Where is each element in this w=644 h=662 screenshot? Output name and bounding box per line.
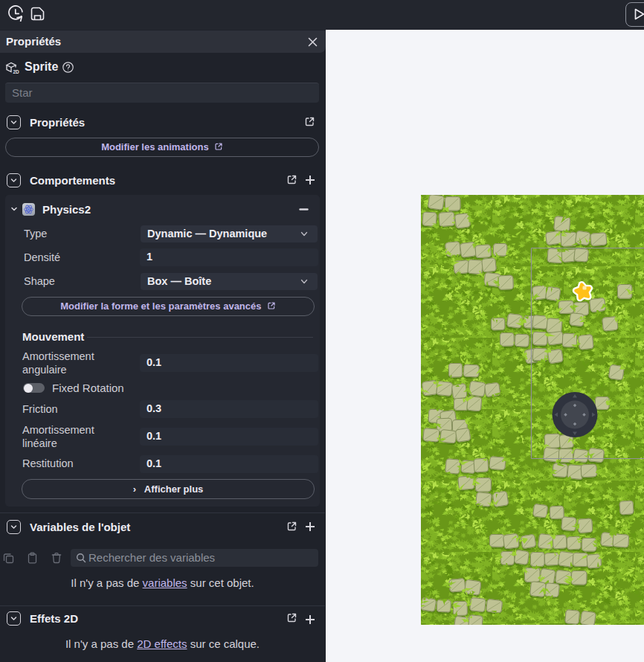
svg-text:2D: 2D: [13, 69, 20, 74]
